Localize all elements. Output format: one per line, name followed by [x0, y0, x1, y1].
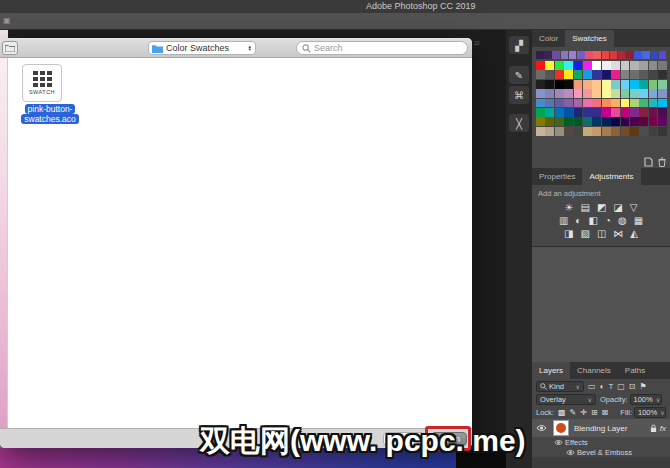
swatch[interactable] — [630, 80, 639, 89]
swatch[interactable] — [564, 61, 573, 70]
lock-paint-icon[interactable]: ✎ — [570, 408, 577, 417]
swatch[interactable] — [592, 61, 601, 70]
swatch[interactable] — [585, 51, 593, 59]
swatch[interactable] — [555, 89, 564, 98]
swatch[interactable] — [618, 51, 626, 59]
swatch[interactable] — [626, 51, 634, 59]
swatch[interactable] — [658, 70, 667, 79]
swatch[interactable] — [649, 89, 658, 98]
opacity-select[interactable]: 100% ∨ — [630, 394, 662, 405]
swatch[interactable] — [536, 61, 545, 70]
swatch[interactable] — [639, 127, 648, 136]
swatch[interactable] — [611, 70, 620, 79]
filter-shape-layers-icon[interactable]: ▢ — [617, 382, 625, 391]
brushes-panel-icon[interactable]: ▞ — [509, 36, 529, 54]
swatch[interactable] — [659, 51, 667, 59]
tool-presets-icon[interactable]: ╳ — [509, 114, 529, 132]
swatch[interactable] — [592, 117, 601, 126]
vibrance-icon[interactable]: ▽ — [630, 203, 638, 213]
hue-saturation-icon[interactable]: ▥ — [559, 216, 568, 226]
swatch[interactable] — [651, 51, 659, 59]
bevel-emboss-row[interactable]: Bevel & Emboss — [532, 447, 670, 457]
swatch[interactable] — [583, 89, 592, 98]
swatch[interactable] — [574, 80, 583, 89]
swatch[interactable] — [630, 108, 639, 117]
swatch[interactable] — [555, 80, 564, 89]
swatch[interactable] — [611, 99, 620, 108]
swatch[interactable] — [602, 70, 611, 79]
tab-adjustments[interactable]: Adjustments — [582, 168, 640, 185]
swatch[interactable] — [574, 127, 583, 136]
lock-artboard-icon[interactable]: ⊞ — [591, 408, 598, 417]
swatch[interactable] — [630, 127, 639, 136]
fill-select[interactable]: 100% ∨ — [634, 407, 666, 418]
swatch[interactable] — [621, 70, 630, 79]
swatch[interactable] — [552, 51, 560, 59]
clone-source-icon[interactable]: ⌘ — [509, 86, 529, 104]
swatch[interactable] — [536, 99, 545, 108]
swatch[interactable] — [602, 127, 611, 136]
swatch[interactable] — [639, 70, 648, 79]
swatch[interactable] — [555, 127, 564, 136]
layer-filter-kind-select[interactable]: Kind ∨ — [536, 381, 584, 392]
swatch[interactable] — [574, 99, 583, 108]
swatch[interactable] — [583, 80, 592, 89]
swatch[interactable] — [639, 89, 648, 98]
swatch[interactable] — [545, 117, 554, 126]
swatch[interactable] — [621, 89, 630, 98]
swatch[interactable] — [574, 61, 583, 70]
swatch[interactable] — [621, 117, 630, 126]
layer-thumbnail[interactable] — [553, 420, 569, 436]
swatch[interactable] — [564, 80, 573, 89]
swatch[interactable] — [569, 51, 577, 59]
swatch[interactable] — [634, 51, 642, 59]
swatch[interactable] — [621, 61, 630, 70]
gradient-map-icon[interactable]: ⋈ — [613, 229, 623, 239]
swatch[interactable] — [545, 80, 554, 89]
posterize-icon[interactable]: ▧ — [580, 229, 589, 239]
swatch[interactable] — [649, 70, 658, 79]
swatch[interactable] — [583, 108, 592, 117]
swatch[interactable] — [630, 99, 639, 108]
swatch[interactable] — [561, 51, 569, 59]
swatch[interactable] — [564, 117, 573, 126]
swatch[interactable] — [592, 89, 601, 98]
levels-icon[interactable]: ▤ — [580, 203, 589, 213]
swatch[interactable] — [658, 117, 667, 126]
swatch[interactable] — [642, 51, 650, 59]
swatch[interactable] — [649, 117, 658, 126]
lock-all-icon[interactable]: ⊠ — [602, 408, 609, 417]
swatch[interactable] — [545, 70, 554, 79]
swatch[interactable] — [639, 61, 648, 70]
visibility-eye-icon[interactable] — [554, 439, 565, 446]
swatch[interactable] — [649, 61, 658, 70]
swatch[interactable] — [583, 70, 592, 79]
swatch[interactable] — [639, 108, 648, 117]
swatch[interactable] — [592, 127, 601, 136]
swatch[interactable] — [602, 80, 611, 89]
swatch[interactable] — [639, 117, 648, 126]
swatch[interactable] — [564, 108, 573, 117]
swatch[interactable] — [630, 70, 639, 79]
swatch[interactable] — [545, 89, 554, 98]
fx-badge[interactable]: fx — [660, 424, 666, 433]
brush-settings-icon[interactable]: ✎ — [509, 66, 529, 84]
swatch[interactable] — [630, 117, 639, 126]
filter-smart-objects-icon[interactable]: ⊡ — [629, 382, 636, 391]
swatch[interactable] — [574, 108, 583, 117]
swatch[interactable] — [658, 99, 667, 108]
color-balance-icon[interactable]: ◐ — [575, 216, 581, 226]
swatch[interactable] — [611, 89, 620, 98]
swatch[interactable] — [658, 80, 667, 89]
swatch[interactable] — [545, 99, 554, 108]
lock-position-icon[interactable]: ✛ — [580, 408, 587, 417]
delete-swatch-icon[interactable] — [658, 157, 666, 167]
curves-icon[interactable]: ◩ — [597, 203, 606, 213]
tab-swatches[interactable]: Swatches — [565, 30, 614, 47]
swatch[interactable] — [621, 80, 630, 89]
swatch[interactable] — [577, 51, 585, 59]
swatch[interactable] — [639, 80, 648, 89]
swatch[interactable] — [564, 99, 573, 108]
swatch[interactable] — [649, 108, 658, 117]
swatch[interactable] — [602, 117, 611, 126]
